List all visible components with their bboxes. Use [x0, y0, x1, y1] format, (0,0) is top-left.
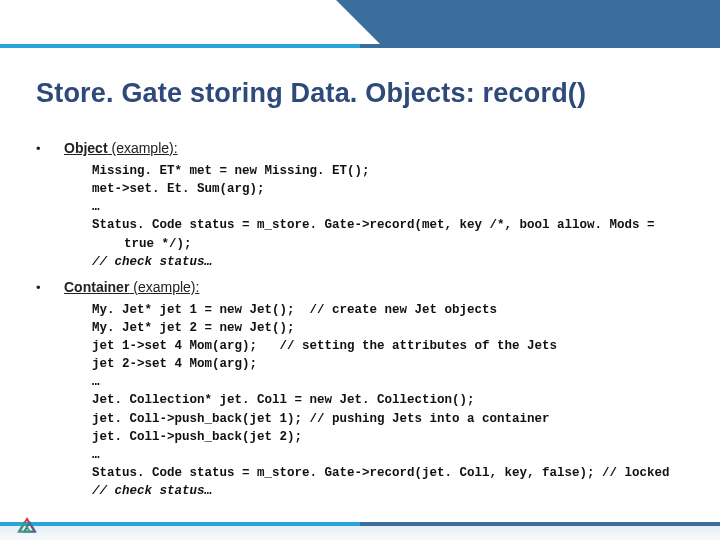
code-line: Status. Code status = m_store. Gate->rec…	[92, 464, 700, 482]
code-line: jet. Coll->push_back(jet 2);	[92, 428, 700, 446]
bullet-container: • Container (example):	[36, 279, 700, 295]
slide-title: Store. Gate storing Data. Objects: recor…	[36, 78, 586, 109]
code-line: …	[92, 446, 700, 464]
footer-shadow	[0, 526, 720, 540]
code-line: …	[92, 373, 700, 391]
bullet-heading: Container (example):	[64, 279, 199, 295]
bullet-dot: •	[36, 280, 64, 295]
code-object: Missing. ET* met = new Missing. ET();met…	[92, 162, 700, 271]
slide-body: • Object (example): Missing. ET* met = n…	[36, 140, 700, 508]
code-line: Status. Code status = m_store. Gate->rec…	[92, 216, 700, 234]
header-stripe	[0, 44, 720, 48]
code-line: jet 2->set 4 Mom(arg);	[92, 355, 700, 373]
code-line: Missing. ET* met = new Missing. ET();	[92, 162, 700, 180]
bullet-dot: •	[36, 141, 64, 156]
code-line: jet 1->set 4 Mom(arg); // setting the at…	[92, 337, 700, 355]
header-banner	[380, 0, 720, 44]
code-line: My. Jet* jet 2 = new Jet();	[92, 319, 700, 337]
code-line: // check status…	[92, 253, 700, 271]
code-line: My. Jet* jet 1 = new Jet(); // create ne…	[92, 301, 700, 319]
code-line: true */);	[92, 235, 700, 253]
code-line: // check status…	[92, 482, 700, 500]
bullet-heading: Object (example):	[64, 140, 178, 156]
logo-icon	[16, 516, 38, 538]
code-line: met->set. Et. Sum(arg);	[92, 180, 700, 198]
bullet-object: • Object (example):	[36, 140, 700, 156]
code-container: My. Jet* jet 1 = new Jet(); // create ne…	[92, 301, 700, 500]
code-line: jet. Coll->push_back(jet 1); // pushing …	[92, 410, 700, 428]
code-line: Jet. Collection* jet. Coll = new Jet. Co…	[92, 391, 700, 409]
code-line: …	[92, 198, 700, 216]
